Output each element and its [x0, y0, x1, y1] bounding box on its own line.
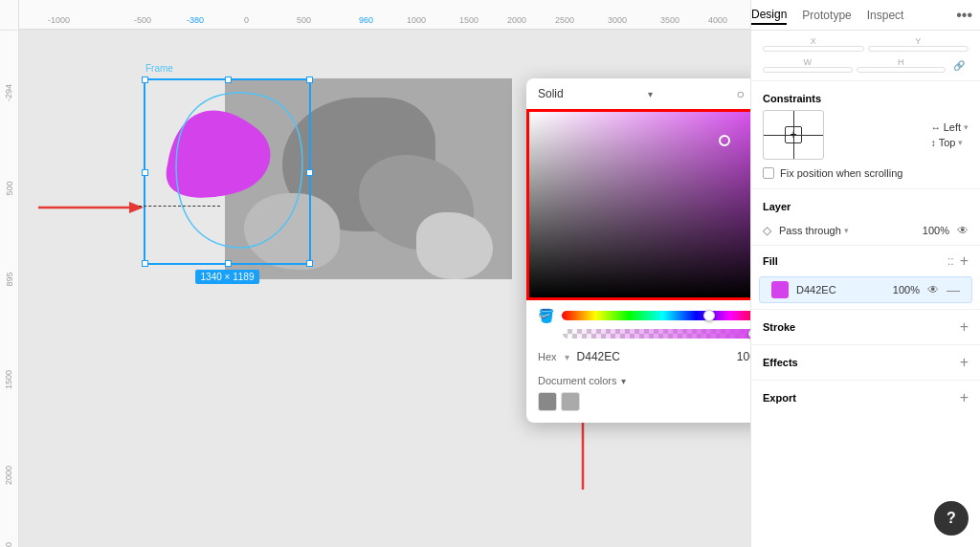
constraint-left-dropdown[interactable]: ↔ Left ▾ — [931, 121, 969, 133]
hex-label: Hex — [538, 351, 557, 362]
hex-input[interactable] — [577, 350, 721, 363]
handle-bottom-left[interactable] — [142, 260, 148, 267]
picker-type-label[interactable]: Solid — [538, 87, 564, 100]
fill-section-header: Fill :: + — [751, 248, 980, 274]
ruler-mark: -500 — [134, 15, 151, 25]
hue-slider-row: 🪣 — [526, 300, 750, 327]
export-section: Export + — [751, 383, 980, 413]
constraints-grid: + — [763, 110, 824, 160]
right-panel-header: Design Prototype Inspect ••• — [750, 0, 980, 30]
top-bar: -1000 -500 -380 0 500 960 1000 1500 2000… — [0, 0, 980, 31]
fill-remove-button[interactable]: — — [947, 283, 960, 296]
effects-section: Effects + — [751, 347, 980, 378]
ruler-mark: 1000 — [407, 15, 426, 25]
handle-right-mid[interactable] — [306, 169, 313, 176]
dimension-label: 1340 × 1189 — [195, 270, 260, 284]
stroke-title: Stroke — [763, 321, 960, 333]
handle-top-left[interactable] — [142, 77, 148, 83]
ruler-mark: 3500 — [660, 15, 679, 25]
blend-mode-dropdown[interactable]: Pass through ▾ — [779, 225, 913, 236]
layer-title: Layer — [751, 191, 980, 218]
help-button[interactable]: ? — [934, 501, 969, 536]
hex-chevron[interactable]: ▾ — [565, 352, 569, 362]
fill-opacity-value[interactable]: 100% — [893, 284, 920, 295]
eyedropper-button[interactable]: 🪣 — [538, 308, 554, 323]
ruler-mark: 3000 — [608, 15, 627, 25]
picker-style-icon[interactable]: ○ — [737, 86, 745, 101]
handle-bottom-mid[interactable] — [225, 260, 232, 267]
fix-position-label: Fix position when scrolling — [780, 167, 902, 179]
fill-visibility-icon[interactable]: 👁 — [927, 283, 939, 296]
x-field[interactable]: X — [763, 36, 864, 52]
layer-visibility-toggle[interactable]: 👁 — [957, 224, 969, 237]
fix-position-checkbox[interactable] — [763, 167, 774, 179]
hex-row: Hex ▾ — [526, 346, 750, 371]
stroke-add-button[interactable]: + — [960, 319, 969, 335]
tab-inspect[interactable]: Inspect — [867, 7, 904, 24]
color-picker-popup: Solid ▾ ○ ✕ 🪣 — [526, 78, 750, 423]
layer-row: ◇ Pass through ▾ 100% 👁 — [751, 218, 980, 243]
fill-hex-value[interactable]: D442EC — [796, 284, 885, 295]
effects-title: Effects — [763, 357, 960, 368]
ruler-mark: 0 — [244, 15, 249, 25]
main-area: -294 500 895 1500 2000 2500 Frame — [0, 31, 980, 547]
more-options-button[interactable]: ••• — [956, 7, 972, 24]
svg-marker-1 — [129, 202, 144, 213]
constraints-visual: + ↔ Left ▾ ↕ Top ▾ — [763, 110, 969, 160]
gradient-cursor[interactable] — [719, 135, 730, 146]
width-field[interactable]: W — [763, 57, 853, 73]
opacity-slider[interactable] — [563, 329, 750, 339]
opacity-input[interactable] — [728, 350, 750, 363]
ruler-mark: 2000 — [507, 15, 526, 25]
handle-top-right[interactable] — [306, 77, 313, 83]
doc-colors-chevron[interactable]: ▾ — [621, 376, 626, 386]
red-arrow — [38, 198, 144, 217]
fill-add-button[interactable]: + — [960, 253, 969, 269]
gradient-bg — [529, 112, 750, 297]
color-swatch-1[interactable] — [538, 392, 557, 411]
gradient-area[interactable] — [526, 109, 750, 300]
right-panel: X Y W H 🔗 Constraints — [750, 31, 980, 547]
ruler-left: -294 500 895 1500 2000 2500 — [0, 31, 19, 547]
ruler-mark: 2500 — [555, 15, 574, 25]
y-field[interactable]: Y — [868, 36, 969, 52]
fill-title: Fill — [763, 255, 947, 267]
constraints-title: Constraints — [751, 83, 980, 110]
effects-add-button[interactable]: + — [960, 355, 969, 370]
hue-slider[interactable] — [562, 311, 750, 320]
fill-item[interactable]: D442EC 100% 👁 — — [759, 276, 972, 303]
fix-position-row: Fix position when scrolling — [751, 164, 980, 186]
dashed-line — [139, 206, 220, 207]
color-swatch-2[interactable] — [561, 392, 580, 411]
height-field[interactable]: H — [857, 57, 947, 73]
opacity-thumb[interactable] — [748, 328, 750, 339]
handle-bottom-right[interactable] — [306, 260, 313, 267]
fill-grid-icon[interactable]: :: — [947, 254, 954, 268]
ruler-mark: -1000 — [48, 15, 70, 25]
handle-top-mid[interactable] — [225, 77, 232, 83]
handle-left-mid[interactable] — [142, 169, 148, 176]
fill-color-swatch[interactable] — [771, 281, 789, 298]
color-swatches — [538, 392, 750, 411]
selection-box: 1340 × 1189 — [144, 78, 311, 265]
doc-colors-label: Document colors ▾ — [538, 375, 750, 386]
ruler-mark: 500 — [297, 15, 311, 25]
ruler-top: -1000 -500 -380 0 500 960 1000 1500 2000… — [19, 0, 750, 30]
blend-icon: ◇ — [763, 224, 771, 237]
hue-thumb[interactable] — [703, 310, 715, 321]
constraint-top-dropdown[interactable]: ↕ Top ▾ — [931, 137, 969, 148]
ruler-mark: 4000 — [708, 15, 727, 25]
ruler-mark-active: 960 — [359, 15, 373, 25]
constraint-selectors: ↔ Left ▾ ↕ Top ▾ — [931, 121, 969, 148]
tab-prototype[interactable]: Prototype — [802, 7, 851, 24]
picker-chevron[interactable]: ▾ — [648, 89, 653, 99]
size-fields-row: W H 🔗 — [751, 55, 980, 78]
tab-design[interactable]: Design — [751, 6, 787, 25]
export-add-button[interactable]: + — [960, 390, 969, 405]
ruler-mark: 1500 — [459, 15, 479, 25]
canvas-area[interactable]: Frame 1340 × 1189 — [19, 31, 750, 547]
lock-icon[interactable]: 🔗 — [949, 57, 969, 73]
picker-header: Solid ▾ ○ ✕ — [526, 78, 750, 109]
layer-opacity[interactable]: 100% — [921, 225, 949, 236]
position-fields-row: X Y — [751, 31, 980, 55]
